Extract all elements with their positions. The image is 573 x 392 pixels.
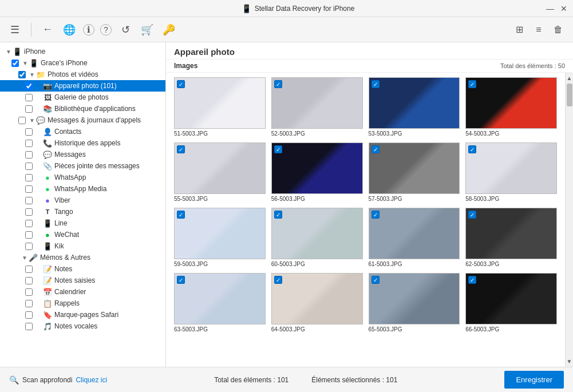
sidebar-item-messages[interactable]: 💬 Messages [0,149,165,160]
sidebar-item-tango[interactable]: T Tango [0,206,165,217]
image-thumb-57[interactable] [369,142,460,194]
marque-pages-checkbox[interactable] [25,311,33,319]
messages-label: Messages [54,151,86,159]
notes-vocales-checkbox[interactable] [25,323,33,330]
sidebar-item-calendrier[interactable]: 📅 Calendrier [0,286,165,298]
grid-view-button[interactable]: ⊞ [511,22,527,38]
sidebar-item-rappels[interactable]: 📋 Rappels [0,298,165,309]
whatsapp-checkbox[interactable] [25,174,33,181]
image-label-64: 64-5003.JPG [271,326,305,332]
sidebar-item-notes-saisies[interactable]: 📝 Notes saisies [0,275,165,286]
notes-saisies-checkbox[interactable] [25,277,33,284]
image-label-63: 63-5003.JPG [174,326,208,332]
notes-checkbox[interactable] [25,266,33,273]
historique-checkbox[interactable] [25,140,33,147]
key-icon[interactable]: 🔑 [161,22,177,38]
sidebar-item-galerie[interactable]: 🖼 Galerie de photos [0,92,165,103]
image-thumb-58[interactable] [465,142,557,194]
scroll-down-button[interactable]: ▼ [566,357,573,366]
menu-icon[interactable]: ☰ [7,22,23,38]
toolbar: ☰ ← 🌐 ℹ ? ↺ 🛒 🔑 ⊞ ≡ 🗑 [0,17,573,42]
expand-photos: ▼ [28,72,36,78]
info-icon[interactable]: ℹ [83,24,94,35]
wechat-checkbox[interactable] [25,231,33,239]
image-thumb-54[interactable] [465,77,557,129]
appareil-photo-checkbox[interactable] [25,82,33,90]
sidebar-item-contacts[interactable]: 👤 Contacts [0,126,165,137]
messages-checkbox[interactable] [25,151,33,159]
scan-link[interactable]: Cliquez ici [76,376,107,384]
whatsapp-media-checkbox[interactable] [25,185,33,193]
image-thumb-53[interactable] [369,77,460,129]
list-view-button[interactable]: ≡ [531,22,547,38]
sidebar-item-photos-videos[interactable]: ▼ 📁 Photos et vidéos [0,69,165,80]
viber-checkbox[interactable] [25,197,33,204]
pieces-jointe-checkbox[interactable] [25,163,33,170]
globe-icon[interactable]: 🌐 [61,22,77,38]
image-thumb-66[interactable] [465,273,557,324]
sidebar-item-whatsapp[interactable]: ● WhatsApp [0,172,165,183]
sidebar-item-notes-vocales[interactable]: 🎵 Notes vocales [0,320,165,332]
sidebar-item-viber[interactable]: ● Viber [0,195,165,206]
image-thumb-65[interactable] [369,273,460,324]
scan-label: Scan approfondi [22,376,72,384]
device-checkbox[interactable] [11,60,19,67]
scroll-up-button[interactable]: ▲ [566,74,573,82]
messages-journaux-checkbox[interactable] [18,117,26,124]
title-bar-center: 📱 Stellar Data Recovery for iPhone [242,4,355,13]
photos-videos-checkbox[interactable] [18,71,26,78]
sidebar-item-iphone[interactable]: ▼ 📱 iPhone [0,46,165,57]
image-thumb-62[interactable] [465,208,557,259]
tango-checkbox[interactable] [25,208,33,216]
refresh-icon[interactable]: ↺ [117,22,133,38]
check-overlay-64 [274,276,282,284]
sidebar-item-marque-pages[interactable]: 🔖 Marque-pages Safari [0,309,165,320]
sidebar-item-whatsapp-media[interactable]: ● WhatsApp Media [0,183,165,195]
save-button[interactable]: Enregistrer [504,371,564,389]
image-thumb-51[interactable] [174,77,266,129]
sidebar-item-line[interactable]: 📱 Line [0,217,165,229]
photos-videos-label: Photos et vidéos [48,70,98,78]
image-thumb-52[interactable] [271,77,363,129]
line-checkbox[interactable] [25,220,33,227]
calendrier-checkbox[interactable] [25,288,33,296]
check-overlay-54 [468,80,476,88]
sidebar-item-biblio[interactable]: 📚 Bibliothèque d'applications [0,103,165,114]
rappels-checkbox[interactable] [25,300,33,307]
sidebar-item-wechat[interactable]: ● WeChat [0,229,165,240]
whatsapp-media-label: WhatsApp Media [54,185,106,193]
close-button[interactable]: ✕ [559,4,568,13]
sidebar-item-kik[interactable]: 📱 Kik [0,240,165,252]
sidebar-item-device[interactable]: ▼ 📱 Grace's iPhone [0,57,165,69]
image-thumb-61[interactable] [369,208,460,259]
image-thumb-63[interactable] [174,273,266,324]
minimize-button[interactable]: — [546,4,555,13]
image-thumb-55[interactable] [174,142,266,194]
image-label-61: 61-5003.JPG [369,261,402,267]
sidebar-item-historique[interactable]: 📞 Historique des appels [0,137,165,149]
help-icon[interactable]: ? [100,24,112,35]
trash-icon[interactable]: 🗑 [550,22,566,38]
image-grid-container: 51-5003.JPG 52-5003.JPG 53-5003.JPG 54-5… [166,73,565,367]
scroll-thumb[interactable] [567,84,572,106]
image-thumb-56[interactable] [271,142,363,194]
image-thumb-64[interactable] [271,273,363,324]
back-icon[interactable]: ← [39,22,56,38]
cart-icon[interactable]: 🛒 [139,22,155,38]
image-item-56: 56-5003.JPG [271,142,363,202]
title-bar-controls: — ✕ [546,4,568,13]
contacts-checkbox[interactable] [25,128,33,136]
sidebar-item-pieces-jointe[interactable]: 📎 Pièces jointe des messages [0,160,165,172]
image-label-59: 59-5003.JPG [174,261,208,267]
image-thumb-59[interactable] [174,208,266,259]
galerie-checkbox[interactable] [25,94,33,101]
sidebar-item-appareil-photo[interactable]: 📷 Appareil photo (101) [0,80,165,92]
historique-label: Historique des appels [54,139,120,147]
kik-checkbox[interactable] [25,243,33,250]
sidebar-item-notes[interactable]: 📝 Notes [0,263,165,275]
image-item-59: 59-5003.JPG [174,208,266,267]
sidebar-item-memos-autres[interactable]: ▼ 🎤 Mémos & Autres [0,252,165,263]
sidebar-item-messages-journaux[interactable]: ▼ 💬 Messages & journaux d'appels [0,114,165,126]
image-thumb-60[interactable] [271,208,363,259]
biblio-checkbox[interactable] [25,105,33,113]
